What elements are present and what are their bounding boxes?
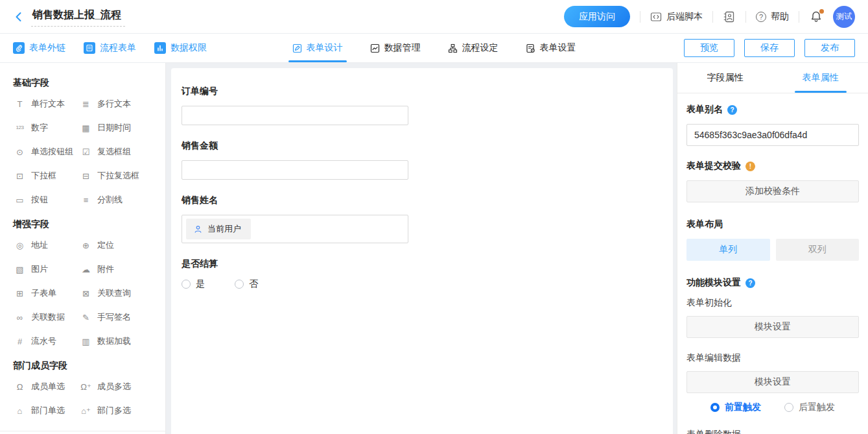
- sidebar-item-radio-group[interactable]: ⊙单选按钮组: [14, 146, 80, 158]
- location-icon: ⊕: [80, 241, 91, 250]
- field-label: 销售姓名: [182, 195, 408, 206]
- sidebar-item-location[interactable]: ⊕定位: [80, 239, 160, 251]
- page-title[interactable]: 销售数据上报_流程: [31, 7, 125, 27]
- sidebar-item-single-line-text[interactable]: T单行文本: [14, 98, 80, 110]
- layout-single-column-button[interactable]: 单列: [686, 239, 770, 261]
- multi-dropdown-icon: ⊟: [80, 172, 91, 180]
- tab-data-manage[interactable]: 数据管理: [370, 34, 421, 62]
- sidebar-item-number[interactable]: 123数字: [14, 122, 80, 134]
- sidebar-item-data-load[interactable]: ▥数据加载: [80, 335, 160, 347]
- sidebar-item-multi-line-text[interactable]: ≣多行文本: [80, 98, 160, 110]
- divider: [712, 11, 713, 23]
- tab-form-setting[interactable]: 表单设置: [526, 34, 576, 62]
- sidebar-item-button[interactable]: ▭按钮: [14, 194, 80, 206]
- publish-button[interactable]: 发布: [804, 39, 855, 57]
- sidebar-item-label: 单选按钮组: [31, 146, 73, 158]
- checkbox-group-icon: ☑: [80, 148, 91, 156]
- module-settings-label-row: 功能模块设置 ?: [686, 277, 859, 289]
- subform-icon: ⊞: [14, 289, 25, 298]
- text-input[interactable]: [182, 106, 408, 125]
- sidebar-item-image[interactable]: ▧图片: [14, 263, 80, 275]
- sidebar-item-department-multi[interactable]: ⌂⁺部门多选: [80, 405, 160, 416]
- canvas-field-sales-amount[interactable]: 销售金额: [182, 140, 408, 180]
- sidebar-item-label: 下拉复选框: [97, 170, 139, 182]
- flow-setting-icon: [448, 43, 458, 53]
- sidebar-item-label: 地址: [31, 239, 48, 251]
- radio-option-yes[interactable]: 是: [182, 278, 205, 290]
- section-title-enhanced-fields: 增强字段: [0, 212, 165, 238]
- sidebar-item-signature[interactable]: ✎手写签名: [80, 311, 160, 323]
- number-icon: 123: [14, 125, 25, 130]
- backend-script-label: 后端脚本: [666, 11, 703, 23]
- form-alias-input[interactable]: [686, 124, 859, 146]
- trigger-before-label: 前置触发: [725, 402, 761, 413]
- help-icon[interactable]: ?: [727, 105, 737, 115]
- image-icon: ▧: [14, 265, 25, 274]
- radio-option-no[interactable]: 否: [235, 278, 258, 290]
- tab-field-properties[interactable]: 字段属性: [677, 63, 773, 93]
- preview-button[interactable]: 预览: [684, 39, 734, 57]
- sidebar-item-address[interactable]: ◎地址: [14, 239, 80, 251]
- sidebar-item-label: 附件: [97, 263, 114, 275]
- sidebar-item-linked-query[interactable]: ⊠关联查询: [80, 287, 160, 299]
- tab-form-properties[interactable]: 表单属性: [773, 63, 868, 93]
- sidebar-item-label: 手写签名: [97, 311, 131, 323]
- trigger-before-option[interactable]: 前置触发: [710, 402, 761, 413]
- canvas-field-order-number[interactable]: 订单编号: [182, 86, 408, 125]
- properties-panel-body: 表单别名 ? 表单提交校验 ! 添加校验条件 表单布局 单列 双列 功能模块设置…: [677, 93, 868, 434]
- sidebar-item-department-single[interactable]: ⌂部门单选: [14, 405, 80, 416]
- tab-flow-setting[interactable]: 流程设定: [448, 34, 499, 62]
- form-canvas-card[interactable]: 订单编号 销售金额 销售姓名 当前用户 是否结算: [171, 68, 673, 434]
- form-external-link-button[interactable]: 表单外链: [13, 42, 65, 54]
- save-button[interactable]: 保存: [744, 39, 795, 57]
- app-access-button[interactable]: 应用访问: [564, 6, 630, 27]
- contacts-icon[interactable]: [723, 10, 736, 23]
- current-user-chip-label: 当前用户: [207, 223, 241, 235]
- trigger-after-option[interactable]: 后置触发: [784, 402, 835, 413]
- canvas-field-sales-name[interactable]: 销售姓名 当前用户: [182, 195, 408, 243]
- canvas-field-settled[interactable]: 是否结算 是 否: [182, 258, 408, 290]
- sidebar-item-serial-number[interactable]: #流水号: [14, 335, 80, 347]
- field-recycle-bin-button[interactable]: ♻ 字段回收站: [0, 431, 165, 434]
- help-icon[interactable]: ?: [745, 278, 755, 288]
- back-button[interactable]: [13, 11, 25, 23]
- add-validation-button[interactable]: 添加校验条件: [686, 180, 859, 202]
- notification-badge: [819, 9, 824, 14]
- data-manage-icon: [370, 43, 380, 53]
- data-permission-button[interactable]: 数据权限: [154, 42, 207, 54]
- layout-double-column-button[interactable]: 双列: [776, 239, 860, 261]
- question-icon: ?: [756, 12, 766, 22]
- divider: [640, 11, 640, 23]
- member-select-input[interactable]: 当前用户: [182, 215, 408, 243]
- radio-option-label: 是: [196, 278, 205, 290]
- sidebar-item-dropdown[interactable]: ⊡下拉框: [14, 170, 80, 182]
- form-design-icon: [292, 43, 302, 53]
- sidebar-item-subform[interactable]: ⊞子表单: [14, 287, 80, 299]
- notification-bell-icon[interactable]: [809, 10, 823, 24]
- form-edit-module-button[interactable]: 模块设置: [686, 371, 859, 393]
- submit-validation-label: 表单提交校验: [686, 160, 741, 172]
- sidebar-item-member-multi[interactable]: Ω⁺成员多选: [80, 381, 160, 392]
- form-init-module-button[interactable]: 模块设置: [686, 316, 859, 338]
- current-user-chip[interactable]: 当前用户: [186, 219, 251, 239]
- sidebar-item-multi-dropdown[interactable]: ⊟下拉复选框: [80, 170, 160, 182]
- sidebar-item-datetime[interactable]: ▦日期时间: [80, 122, 160, 134]
- sidebar-item-attachment[interactable]: ☁附件: [80, 263, 160, 275]
- sidebar-item-member-single[interactable]: Ω成员单选: [14, 381, 80, 392]
- flow-form-button[interactable]: 流程表单: [84, 42, 136, 54]
- data-permission-label: 数据权限: [170, 42, 207, 54]
- tab-form-design[interactable]: 表单设计: [292, 34, 343, 62]
- help-button[interactable]: ? 帮助: [756, 11, 789, 23]
- sidebar-item-divider[interactable]: ≡分割线: [80, 194, 160, 206]
- button-field-icon: ▭: [14, 196, 25, 204]
- text-input[interactable]: [182, 160, 408, 180]
- user-avatar[interactable]: 测试: [833, 6, 855, 28]
- backend-script-button[interactable]: 后端脚本: [650, 11, 703, 23]
- properties-panel: 字段属性 表单属性 表单别名 ? 表单提交校验 ! 添加校验条件 表单布局 单列…: [677, 63, 868, 434]
- sidebar-item-linked-data[interactable]: ∞关联数据: [14, 311, 80, 323]
- toolbar-left-group: 表单外链 流程表单 数据权限: [13, 42, 207, 54]
- enhanced-fields-grid: ◎地址 ⊕定位 ▧图片 ☁附件 ⊞子表单 ⊠关联查询 ∞关联数据 ✎手写签名 #…: [0, 238, 165, 354]
- basic-fields-grid: T单行文本 ≣多行文本 123数字 ▦日期时间 ⊙单选按钮组 ☑复选框组 ⊡下拉…: [0, 97, 165, 212]
- sidebar-item-checkbox-group[interactable]: ☑复选框组: [80, 146, 160, 158]
- center-tabs: 表单设计 数据管理 流程设定 表单设置: [292, 34, 576, 62]
